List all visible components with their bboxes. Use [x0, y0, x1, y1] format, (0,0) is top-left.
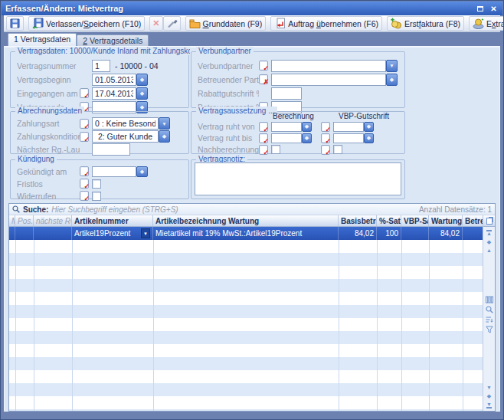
- ruht-von-vbp-spinner[interactable]: [364, 122, 374, 132]
- save-button[interactable]: [6, 16, 24, 31]
- doc-check-icon[interactable]: [321, 133, 330, 143]
- document-arrow-icon: [274, 18, 286, 29]
- table-row-selected[interactable]: Artikel19Prozent Mietartikel mit 19% MwS…: [9, 227, 483, 240]
- auftrag-uebernehmen-button[interactable]: Auftrag übernehmen (F6): [270, 16, 382, 31]
- delete-button[interactable]: ✕: [149, 16, 162, 31]
- widerrufen-checkbox[interactable]: [92, 192, 101, 201]
- grunddaten-button[interactable]: Grunddaten (F9): [185, 16, 267, 31]
- verlassen-speichern-button[interactable]: Verlassen/Speichern (F10): [28, 16, 145, 31]
- verbundpartner-input[interactable]: [271, 60, 386, 72]
- vertragsnotiz-textarea[interactable]: [195, 162, 401, 195]
- doc-check-icon[interactable]: [321, 122, 330, 132]
- doc-check-icon[interactable]: [259, 61, 268, 71]
- search-icon: [12, 205, 20, 213]
- ruht-von-vbp-input[interactable]: [333, 122, 364, 132]
- zahlungsart-select[interactable]: [92, 117, 159, 130]
- doc-check-icon[interactable]: [259, 122, 268, 132]
- column-header-artikelnummer[interactable]: Artikelnummer: [72, 215, 153, 226]
- ruht-bis-vbp-input[interactable]: [333, 133, 364, 143]
- tab-vertragsdetails[interactable]: 2 Vertragsdetails: [77, 34, 149, 46]
- betreuender-partner-spinner[interactable]: [386, 74, 398, 86]
- doc-check-icon[interactable]: [321, 145, 330, 155]
- column-header-betre[interactable]: Betre: [463, 215, 483, 226]
- brush-icon: [166, 18, 178, 29]
- hand-coins-icon: [473, 18, 484, 29]
- column-header-prozent-satz[interactable]: %-Satz: [377, 215, 401, 226]
- extras-button[interactable]: Extras: [469, 16, 504, 31]
- gekuendigt-am-input[interactable]: [92, 166, 136, 177]
- ruht-bis-vbp-spinner[interactable]: [364, 133, 374, 143]
- grid-search-icon[interactable]: [486, 306, 493, 313]
- grid-sort-icon[interactable]: [486, 316, 493, 323]
- folder-icon: [189, 18, 201, 29]
- tab-vertragsdaten[interactable]: 1 Vertragsdaten: [8, 33, 77, 46]
- grid-search-bar[interactable]: Suche: Hier Suchbegriff eingeben (STRG+S…: [9, 204, 495, 215]
- prev-page-button[interactable]: ◆: [487, 238, 491, 246]
- column-header-wartung[interactable]: Wartung €: [429, 215, 463, 226]
- column-header-basisbetrag[interactable]: Basisbetrag €: [339, 215, 377, 226]
- grid-filter-icon[interactable]: [486, 326, 493, 333]
- format-brush-button[interactable]: [163, 16, 181, 31]
- doc-check-icon[interactable]: [80, 88, 89, 98]
- nachberechnung-berechnung-checkbox[interactable]: [271, 145, 280, 154]
- field-label: Vertrag ruht bis: [198, 133, 259, 143]
- column-header-naechste-rg[interactable]: nächste RG: [34, 215, 72, 226]
- doc-check-icon[interactable]: [259, 133, 268, 143]
- group-vertragsdaten: Vertragsdaten: 10000/Kunde Inland mit Za…: [10, 51, 189, 108]
- column-header-m[interactable]: M: [9, 215, 15, 226]
- zahlungsart-dropdown[interactable]: [159, 117, 170, 130]
- doc-check-icon[interactable]: [80, 119, 89, 129]
- group-title: Abrechnungsdaten: [15, 107, 84, 115]
- ruht-von-berechnung-input[interactable]: [271, 122, 302, 132]
- vertragsbeginn-spinner[interactable]: [136, 74, 148, 86]
- doc-check-icon[interactable]: [80, 191, 89, 201]
- grid-corner-button[interactable]: [483, 215, 495, 227]
- next-record-button[interactable]: ▼: [486, 383, 492, 392]
- gekuendigt-am-spinner[interactable]: [136, 166, 148, 177]
- cell-artikelnummer[interactable]: Artikel19Prozent: [72, 227, 153, 240]
- close-button[interactable]: ✕: [489, 5, 499, 13]
- naechster-rg-lauf-input[interactable]: [92, 143, 130, 156]
- rabattgutschrift-input[interactable]: [271, 87, 302, 100]
- delete-icon: ✕: [152, 18, 159, 28]
- column-header-artikelbezeichnung[interactable]: Artikelbezeichnung Wartung: [153, 215, 339, 226]
- next-page-button[interactable]: ◆: [487, 392, 491, 400]
- doc-check-icon[interactable]: [259, 145, 268, 155]
- toolbar: Verlassen/Speichern (F10) ✕ Grunddaten (…: [4, 15, 500, 32]
- eingegangen-am-input[interactable]: [92, 87, 136, 100]
- doc-check-icon[interactable]: [80, 132, 89, 142]
- erstfaktura-button[interactable]: Erstfaktura (F8): [387, 16, 464, 31]
- vertragsnummer-suffix: - 10000 - 04: [115, 61, 159, 71]
- column-header-pos[interactable]: Pos..: [15, 215, 34, 226]
- vertragsnummer-input[interactable]: [92, 60, 110, 72]
- zahlungskondition-spinner[interactable]: [159, 130, 170, 143]
- first-record-button[interactable]: ▲: [486, 229, 492, 238]
- fristlos-checkbox[interactable]: [92, 179, 101, 189]
- zahlungskondition-select[interactable]: [92, 130, 159, 143]
- ruht-bis-berechnung-spinner[interactable]: [302, 133, 312, 143]
- group-title: Verbundpartner: [196, 47, 254, 55]
- group-verbundpartner: Verbundpartner Verbundpartner Betreuende…: [191, 51, 405, 108]
- doc-x-icon[interactable]: [259, 74, 268, 84]
- doc-check-icon[interactable]: [80, 179, 89, 189]
- column-header-vbp-satz[interactable]: VBP-Satz: [401, 215, 429, 226]
- field-label: Nächster Rg.-Lauf: [17, 145, 80, 154]
- betreuender-partner-input[interactable]: [271, 74, 386, 86]
- last-record-button[interactable]: ▼: [486, 400, 492, 409]
- column-chooser-icon[interactable]: [486, 296, 493, 304]
- group-vertragsnotiz: Vertragsnotiz:: [191, 159, 405, 199]
- eingegangen-am-spinner[interactable]: [136, 87, 148, 100]
- ruht-von-berechnung-spinner[interactable]: [302, 122, 312, 132]
- cell-dropdown-button[interactable]: [141, 228, 150, 238]
- articles-grid: Suche: Hier Suchbegriff eingeben (STRG+S…: [8, 203, 496, 412]
- nachberechnung-vbp-checkbox[interactable]: [333, 145, 342, 154]
- field-label: Widerrufen: [17, 192, 80, 201]
- prev-record-button[interactable]: ▲: [486, 246, 492, 254]
- restore-icon: [477, 6, 483, 11]
- column-header-berechnung: Berechnung: [273, 112, 314, 120]
- doc-check-icon[interactable]: [80, 166, 89, 176]
- ruht-bis-berechnung-input[interactable]: [271, 133, 302, 143]
- restore-button[interactable]: [475, 4, 485, 13]
- vertragsbeginn-input[interactable]: [92, 74, 136, 86]
- verbundpartner-dropdown[interactable]: [386, 60, 398, 72]
